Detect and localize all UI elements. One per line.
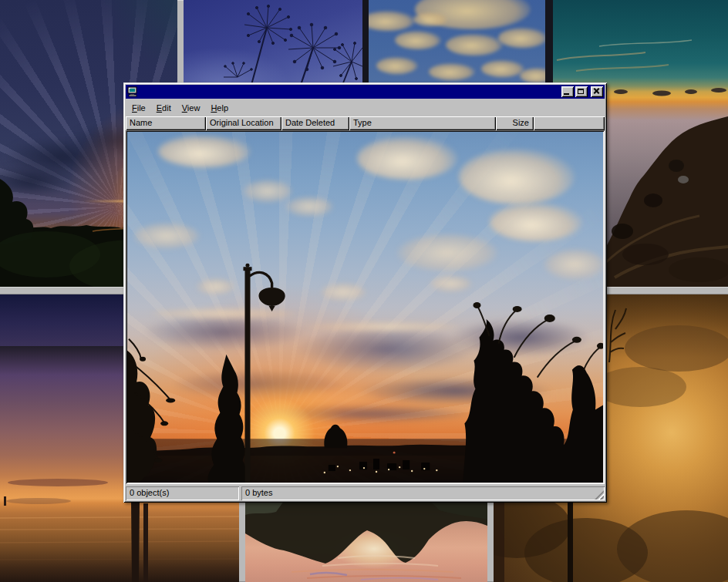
column-header-original-location[interactable]: Original Location [206, 116, 281, 130]
photo-silhouettes [127, 132, 603, 483]
minimize-icon [564, 93, 569, 95]
cloud-puff [429, 63, 475, 80]
right-trees-silhouette [463, 302, 603, 483]
cloud-puff [369, 11, 415, 31]
cypress-silhouette [208, 355, 247, 483]
minimize-button[interactable] [561, 86, 574, 97]
sunset-photo-backdrop [127, 132, 603, 483]
menu-view[interactable]: View [177, 102, 206, 114]
title-bar[interactable] [126, 85, 605, 99]
wallpaper-tile-altocumulus [369, 0, 545, 85]
menu-help[interactable]: Help [205, 102, 234, 114]
cloud-puff [446, 34, 503, 56]
cloud-puff [481, 60, 524, 77]
status-bar: 0 object(s) 0 bytes [126, 486, 605, 500]
wallpaper-tile-dried-flowers [184, 0, 362, 85]
column-header-date-deleted[interactable]: Date Deleted [281, 116, 349, 130]
status-size: 0 bytes [241, 486, 605, 500]
close-button[interactable] [591, 86, 603, 97]
menu-file[interactable]: File [126, 102, 151, 114]
desktop: { "window": { "title": "", "icon": "comp… [0, 0, 728, 582]
column-header-size[interactable]: Size [496, 116, 534, 130]
recycle-bin-window: File Edit View Help Name Original Locati… [123, 82, 607, 503]
cloud-puff [498, 28, 545, 48]
menu-edit[interactable]: Edit [151, 102, 177, 114]
column-header-type[interactable]: Type [349, 116, 496, 130]
bush-silhouette [324, 425, 347, 448]
status-object-count: 0 object(s) [126, 486, 239, 500]
menu-bar: File Edit View Help [126, 100, 605, 115]
dried-flower-silhouette [184, 0, 362, 85]
cloud-puff [395, 31, 441, 49]
cloud-puff [413, 12, 447, 26]
column-header-name[interactable]: Name [126, 116, 206, 130]
cloud-puff [520, 68, 545, 83]
file-list-area[interactable] [126, 130, 605, 484]
maximize-icon [578, 89, 584, 94]
column-header-filler[interactable] [534, 116, 605, 130]
column-headers: Name Original Location Date Deleted Type… [126, 116, 605, 130]
cloud-puff [376, 57, 418, 74]
maximize-button[interactable] [575, 86, 588, 97]
computer-icon [127, 86, 138, 97]
wallpaper-separator-vertical [177, 0, 184, 85]
